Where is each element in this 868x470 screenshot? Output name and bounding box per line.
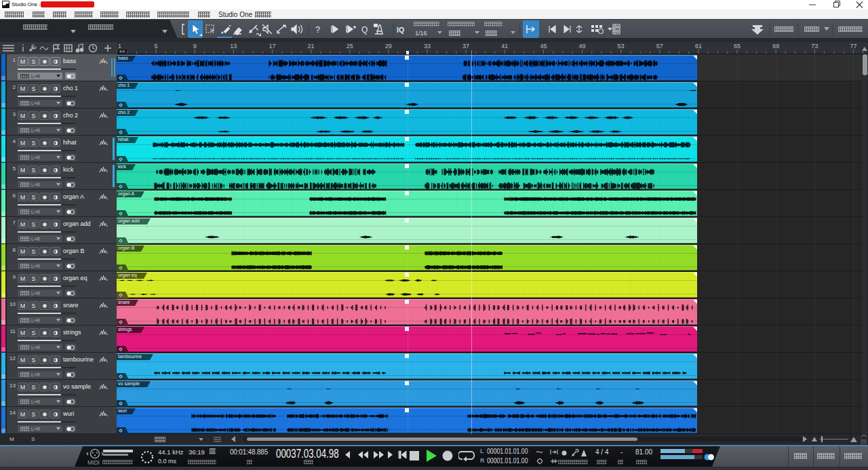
svg-text:Q: Q <box>361 25 368 35</box>
svg-text:73: 73 <box>811 43 818 50</box>
svg-text:1: 1 <box>118 43 121 50</box>
svg-text:13: 13 <box>230 43 237 50</box>
svg-text:45: 45 <box>540 43 547 50</box>
svg-text:9: 9 <box>193 43 197 50</box>
svg-text:61: 61 <box>695 43 702 50</box>
svg-text:33: 33 <box>424 43 431 50</box>
svg-text:5: 5 <box>154 43 157 50</box>
svg-text:?: ? <box>315 24 320 35</box>
svg-text:53: 53 <box>618 43 625 50</box>
svg-text:41: 41 <box>501 43 508 50</box>
svg-text:37: 37 <box>462 43 469 50</box>
svg-text:17: 17 <box>269 43 275 50</box>
svg-text:57: 57 <box>656 43 663 50</box>
svg-text:49: 49 <box>578 43 585 50</box>
svg-text:29: 29 <box>385 43 392 50</box>
svg-text:65: 65 <box>734 43 741 50</box>
svg-text:69: 69 <box>772 43 779 50</box>
svg-text:25: 25 <box>347 43 353 50</box>
svg-text:21: 21 <box>308 43 315 50</box>
svg-text:77: 77 <box>850 43 856 50</box>
svg-text:IQ: IQ <box>397 26 404 34</box>
